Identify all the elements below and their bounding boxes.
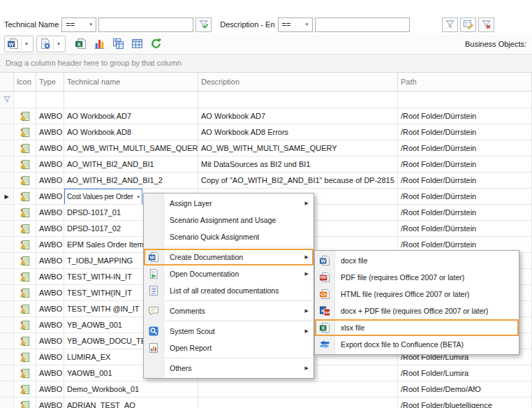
cell-type[interactable]: AWBO bbox=[36, 349, 64, 365]
clear-filter-button[interactable] bbox=[478, 17, 494, 32]
column-header-path[interactable]: Path bbox=[398, 73, 532, 92]
cell-path[interactable]: /Root Folder/Lumira bbox=[398, 365, 532, 381]
filter-cell-technical-name[interactable] bbox=[64, 92, 198, 108]
menu-item-list-of-all-created-documentations[interactable]: List of all created documentations bbox=[144, 282, 313, 299]
cell-type[interactable]: AWBO bbox=[36, 124, 64, 140]
cell-type[interactable]: AWBO bbox=[36, 156, 64, 173]
table-row[interactable]: AWBOADRIAN_TEST_AO/Root Folder/bluetelli… bbox=[0, 398, 532, 408]
menu-item-xlsx-file[interactable]: Xxlsx file bbox=[315, 319, 519, 336]
cell-technical-name[interactable]: Demo_Workbook_01 bbox=[64, 381, 198, 398]
cell-description[interactable]: AO_WB_WITH_MULTI_SAME_QUERY bbox=[198, 140, 398, 156]
technical-name-filter-input[interactable] bbox=[98, 17, 193, 32]
cell-type[interactable]: AWBO bbox=[36, 317, 64, 333]
export-xlsx-button[interactable]: X bbox=[73, 36, 89, 52]
group-by-panel[interactable]: Drag a column header here to group by th… bbox=[0, 54, 532, 73]
cell-type[interactable]: AWBO bbox=[36, 333, 64, 349]
cell-path[interactable]: /Root Folder/Dürrstein bbox=[398, 124, 532, 140]
technical-name-editor[interactable]: Cost Values per Order▼ bbox=[64, 189, 142, 205]
chart-button[interactable] bbox=[91, 36, 108, 52]
menu-item-open-report[interactable]: Open Report bbox=[144, 340, 313, 356]
table-row[interactable]: AWBOAO_WB_WITH_MULTI_SAME_QUERYAO_WB_WIT… bbox=[0, 140, 532, 156]
menu-item-open-documentation[interactable]: Open Documentation▶ bbox=[144, 265, 313, 282]
cell-type[interactable]: AWBO bbox=[36, 189, 64, 205]
menu-item-create-documentation[interactable]: WCreate Documentation▶ bbox=[144, 249, 313, 265]
create-documentation-button[interactable]: W▼ bbox=[4, 36, 34, 52]
cell-technical-name[interactable]: AO_WITH_BI2_AND_BI1 bbox=[64, 156, 198, 173]
cell-type[interactable]: AWBO bbox=[36, 205, 64, 221]
cell-type[interactable]: AWBO bbox=[36, 285, 64, 301]
cell-type[interactable]: AWBO bbox=[36, 381, 64, 398]
workbook-icon bbox=[14, 221, 36, 237]
cell-type[interactable]: AWBO bbox=[36, 253, 64, 269]
filter-cell-type[interactable] bbox=[36, 92, 64, 108]
cell-technical-name[interactable]: AO Workbook AD7 bbox=[64, 108, 198, 124]
cell-description[interactable]: Copy of "AO_WITH_BI2_AND_BI1" because of… bbox=[198, 173, 398, 189]
menu-item-system-scout[interactable]: System Scout▶ bbox=[144, 323, 313, 340]
cell-type[interactable]: AWBO bbox=[36, 221, 64, 237]
cell-path[interactable]: /Root Folder/Dürrstein bbox=[398, 108, 532, 124]
filter-cell-icon[interactable] bbox=[14, 92, 36, 108]
cell-path[interactable]: /Root Folder/Dürrstein bbox=[398, 189, 532, 205]
cell-technical-name[interactable]: AO_WB_WITH_MULTI_SAME_QUERY bbox=[64, 140, 198, 156]
cell-type[interactable]: AWBO bbox=[36, 269, 64, 285]
column-header-description[interactable]: Description bbox=[198, 73, 398, 92]
menu-item-scenario-assignment-and-usage[interactable]: Scenario Assignment and Usage bbox=[144, 212, 313, 228]
cell-description[interactable]: AO Workbook AD7 bbox=[198, 108, 398, 124]
copy-grid-button[interactable] bbox=[110, 36, 126, 52]
cell-type[interactable]: AWBO bbox=[36, 173, 64, 189]
cell-description[interactable]: AO Workbook AD8 Errors bbox=[198, 124, 398, 140]
export-grid-button[interactable] bbox=[129, 36, 145, 52]
cell-description[interactable] bbox=[198, 381, 398, 398]
dropdown-arrow-icon[interactable]: ▼ bbox=[53, 38, 63, 50]
table-row[interactable]: AWBOAO_WITH_BI2_AND_BI1_2Copy of "AO_WIT… bbox=[0, 173, 532, 189]
cell-path[interactable]: /Root Folder/Dürrstein bbox=[398, 205, 532, 221]
cell-technical-name[interactable]: AO Workbook AD8 bbox=[64, 124, 198, 140]
menu-item-export-docx-file-to-confluence-beta[interactable]: Export docx file to Confluence (BETA) bbox=[315, 336, 519, 353]
filter-editor-button[interactable] bbox=[442, 17, 458, 32]
column-header-type[interactable]: Type bbox=[36, 73, 64, 92]
dropdown-arrow-icon[interactable]: ▼ bbox=[21, 38, 31, 50]
table-row[interactable]: AWBOAO Workbook AD8AO Workbook AD8 Error… bbox=[0, 124, 532, 140]
menu-item-docx-pdf-file-requires-office-2007-or-later[interactable]: WPDFdocx + PDF file (requires Office 200… bbox=[315, 303, 519, 319]
filter-cell-path[interactable] bbox=[398, 92, 532, 108]
menu-item-assign-layer[interactable]: Assign Layer▶ bbox=[144, 195, 313, 212]
customize-filter-button[interactable] bbox=[460, 17, 476, 32]
cell-type[interactable]: AWBO bbox=[36, 140, 64, 156]
cell-type[interactable]: AWBO bbox=[36, 365, 64, 381]
menu-item-comments[interactable]: Comments▶ bbox=[144, 303, 313, 319]
cell-path[interactable]: /Root Folder/Dürrstein bbox=[398, 221, 532, 237]
menu-item-html-file-requires-office-2007-or-later[interactable]: <>HTML file (requires Office 2007 or lat… bbox=[315, 286, 519, 303]
menu-item-others[interactable]: Others▶ bbox=[144, 360, 313, 377]
column-header-technical-name[interactable]: Technical name bbox=[64, 73, 198, 92]
table-row[interactable]: AWBODemo_Workbook_01/Root Folder/Demo/Af… bbox=[0, 381, 532, 398]
cell-type[interactable]: AWBO bbox=[36, 301, 64, 317]
filter-cell-description[interactable] bbox=[198, 92, 398, 108]
cell-technical-name[interactable]: ADRIAN_TEST_AO bbox=[64, 398, 198, 408]
refresh-button[interactable] bbox=[148, 36, 164, 52]
cell-type[interactable]: AWBO bbox=[36, 237, 64, 253]
cell-path[interactable]: /Root Folder/Dürrstein bbox=[398, 173, 532, 189]
open-documentation-button[interactable]: ▼ bbox=[36, 36, 66, 52]
cell-path[interactable]: /Root Folder/bluetelligence bbox=[398, 398, 532, 408]
cell-type[interactable]: AWBO bbox=[36, 108, 64, 124]
menu-item-scenario-quick-assignment[interactable]: Scenario Quick Assignment bbox=[144, 228, 313, 245]
editor-text: Cost Values per Order bbox=[67, 193, 135, 201]
column-header-icon[interactable]: Icon bbox=[14, 73, 36, 92]
cell-path[interactable]: /Root Folder/Dürrstein bbox=[398, 156, 532, 173]
svg-text:W: W bbox=[8, 41, 14, 48]
technical-name-operator-select[interactable]: == ▼ bbox=[61, 17, 96, 32]
combo-dropdown-icon[interactable]: ▼ bbox=[135, 195, 140, 199]
menu-item-docx-file[interactable]: Wdocx file bbox=[315, 252, 519, 269]
cell-path[interactable]: /Root Folder/Demo/AfO bbox=[398, 381, 532, 398]
cell-type[interactable]: AWBO bbox=[36, 398, 64, 408]
cell-path[interactable]: /Root Folder/Dürrstein bbox=[398, 140, 532, 156]
menu-item-pdf-file-requires-office-2007-or-later[interactable]: PDFPDF file (requires Office 2007 or lat… bbox=[315, 269, 519, 286]
apply-filter-button[interactable] bbox=[195, 17, 212, 32]
table-row[interactable]: AWBOAO_WITH_BI2_AND_BI1Mit DataSources a… bbox=[0, 156, 532, 173]
table-row[interactable]: AWBOAO Workbook AD7AO Workbook AD7/Root … bbox=[0, 108, 532, 124]
cell-description[interactable] bbox=[198, 398, 398, 408]
cell-technical-name[interactable]: AO_WITH_BI2_AND_BI1_2 bbox=[64, 173, 198, 189]
cell-description[interactable]: Mit DataSources as BI2 und BI1 bbox=[198, 156, 398, 173]
description-filter-input[interactable] bbox=[315, 17, 410, 32]
description-operator-select[interactable]: == ▼ bbox=[278, 17, 313, 32]
